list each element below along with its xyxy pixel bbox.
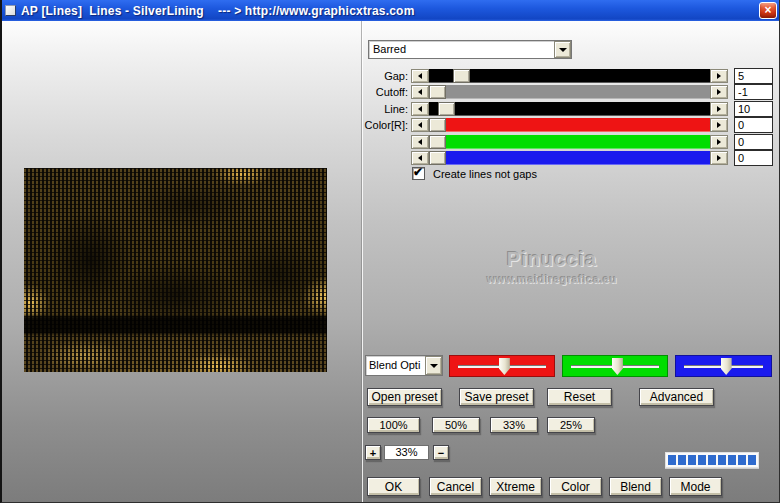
chevron-down-icon (430, 364, 438, 372)
cutoff-left-arrow-button[interactable] (411, 85, 429, 99)
color-b-left-arrow-button[interactable] (411, 151, 429, 165)
plugin-window: AP [Lines] Lines - SilverLining --- > ht… (0, 0, 780, 503)
left-arrow-icon (415, 89, 422, 95)
watermark-title: Pinuccia (422, 248, 682, 271)
progress-segment (738, 455, 746, 465)
blend-options-dropdown-button[interactable] (425, 356, 442, 375)
color-b-slider-track[interactable] (429, 151, 710, 165)
slider-thumb[interactable] (438, 102, 455, 116)
zoom-100-button[interactable]: 100% (367, 417, 420, 433)
color-g-left-arrow-button[interactable] (411, 135, 429, 149)
preset-dropdown-button[interactable] (554, 41, 571, 58)
trackbar-thumb[interactable] (612, 358, 623, 375)
color-b-right-arrow-button[interactable] (710, 151, 728, 165)
gap-label: Gap: (330, 69, 408, 83)
color-b-value-box[interactable]: 0 (734, 150, 773, 166)
advanced-button[interactable]: Advanced (639, 388, 714, 406)
close-button[interactable]: × (759, 2, 777, 19)
cutoff-value-box[interactable]: -1 (734, 84, 773, 100)
right-arrow-icon (717, 155, 724, 161)
blend-options-dropdown[interactable]: Blend Opti (365, 355, 443, 376)
left-arrow-icon (415, 155, 422, 161)
right-arrow-icon (717, 106, 724, 112)
blue-channel-trackbar[interactable] (675, 355, 772, 377)
gap-slider-track[interactable] (429, 69, 710, 83)
slider-thumb[interactable] (429, 135, 446, 149)
close-icon: × (764, 3, 771, 17)
trackbar-thumb[interactable] (499, 358, 510, 375)
left-arrow-icon (415, 73, 422, 79)
slider-thumb[interactable] (429, 151, 446, 165)
progress-segment (668, 455, 676, 465)
right-arrow-icon (717, 73, 724, 79)
line-left-arrow-button[interactable] (411, 102, 429, 116)
progress-segment (708, 455, 716, 465)
slider-thumb[interactable] (429, 85, 446, 99)
color-g-right-arrow-button[interactable] (710, 135, 728, 149)
zoom-in-button[interactable]: + (365, 445, 381, 460)
color-g-value-box[interactable]: 0 (734, 134, 773, 150)
watermark-subtitle: www.maidiregrafica.eu (422, 273, 682, 285)
xtreme-button[interactable]: Xtreme (489, 477, 542, 496)
color-g-slider-track[interactable] (429, 135, 710, 149)
create-lines-checkbox[interactable]: ✔ (412, 167, 425, 180)
zoom-25-button[interactable]: 25% (547, 417, 595, 433)
gap-right-arrow-button[interactable] (710, 69, 728, 83)
mode-button[interactable]: Mode (669, 477, 722, 496)
right-arrow-icon (717, 122, 724, 128)
progress-segment (688, 455, 696, 465)
zoom-33-button[interactable]: 33% (490, 417, 538, 433)
left-arrow-icon (415, 139, 422, 145)
red-channel-trackbar[interactable] (449, 355, 555, 377)
create-lines-checkbox-label: Create lines not gaps (433, 168, 537, 180)
cutoff-slider-track[interactable] (429, 85, 710, 99)
color-button[interactable]: Color (549, 477, 602, 496)
zoom-out-button[interactable]: − (433, 445, 449, 460)
color-r-label: Color[R]: (330, 118, 408, 132)
progress-segment (698, 455, 706, 465)
line-slider-track[interactable] (429, 102, 710, 116)
window-title: AP [Lines] Lines - SilverLining --- > ht… (21, 4, 415, 18)
right-arrow-icon (717, 139, 724, 145)
watermark: Pinuccia www.maidiregrafica.eu (422, 248, 682, 285)
color-r-right-arrow-button[interactable] (710, 118, 728, 132)
save-preset-button[interactable]: Save preset (459, 388, 534, 406)
title-bar: AP [Lines] Lines - SilverLining --- > ht… (2, 0, 779, 21)
slider-thumb[interactable] (453, 69, 470, 83)
line-label: Line: (330, 102, 408, 116)
ok-button[interactable]: OK (367, 477, 420, 496)
color-r-slider-track[interactable] (429, 118, 710, 132)
cutoff-label: Cutoff: (330, 85, 408, 99)
preset-dropdown-value: Barred (368, 40, 572, 59)
app-icon (5, 5, 16, 16)
progress-bar (665, 452, 759, 468)
color-r-value-box[interactable]: 0 (734, 117, 773, 133)
green-channel-trackbar[interactable] (562, 355, 668, 377)
cancel-button[interactable]: Cancel (429, 477, 482, 496)
check-icon: ✔ (413, 165, 423, 179)
progress-segment (728, 455, 736, 465)
line-right-arrow-button[interactable] (710, 102, 728, 116)
zoom-50-button[interactable]: 50% (432, 417, 480, 433)
progress-segment (718, 455, 726, 465)
right-arrow-icon (717, 89, 724, 95)
gap-left-arrow-button[interactable] (411, 69, 429, 83)
blend-button[interactable]: Blend (609, 477, 662, 496)
gap-value-box[interactable]: 5 (734, 68, 773, 84)
line-value-box[interactable]: 10 (734, 101, 773, 117)
slider-thumb[interactable] (429, 118, 446, 132)
color-r-left-arrow-button[interactable] (411, 118, 429, 132)
reset-button[interactable]: Reset (547, 388, 612, 406)
preview-image[interactable] (24, 168, 327, 372)
trackbar-thumb[interactable] (721, 358, 732, 375)
left-arrow-icon (415, 122, 422, 128)
open-preset-button[interactable]: Open preset (367, 388, 442, 406)
cutoff-right-arrow-button[interactable] (710, 85, 728, 99)
left-arrow-icon (415, 106, 422, 112)
zoom-level-value: 33% (384, 445, 429, 460)
create-lines-checkbox-row: ✔ Create lines not gaps (412, 167, 537, 180)
chevron-down-icon (559, 48, 567, 56)
preset-dropdown[interactable]: Barred (368, 40, 572, 59)
progress-segment (748, 455, 756, 465)
progress-segment (678, 455, 686, 465)
